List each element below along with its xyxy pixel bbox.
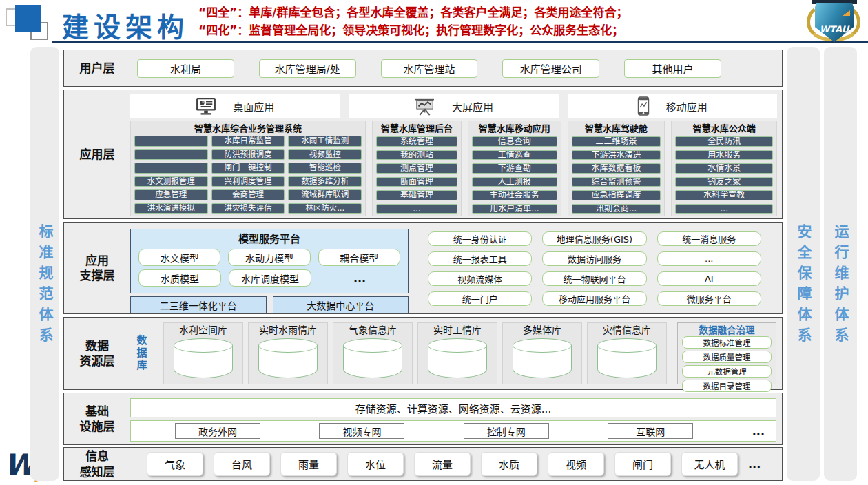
database-label: 灾情信息库 xyxy=(603,323,651,337)
app-module: 下游查勘 xyxy=(472,163,557,174)
app-column-title: 智慧水库移动应用 xyxy=(472,123,557,134)
user-box: 其他用户 xyxy=(624,59,721,78)
service-box: 地理信息服务(GIS) xyxy=(542,231,646,246)
app-module-stack: 二三维场景下游洪水演进水库数据看板综合监测预警应急指挥调度汛期会商... xyxy=(572,136,661,214)
app-module: ... xyxy=(675,204,773,214)
layer-label-data: 数据 资源层 xyxy=(64,318,130,389)
perception-more: ... xyxy=(748,457,761,471)
app-module: 洪灾损失评估 xyxy=(211,203,285,214)
security-system-label: 安全保障体系 xyxy=(793,180,814,348)
app-column: 智慧水库驾驶舱二三维场景下游洪水演进水库数据看板综合监测预警应急指挥调度汛期会商… xyxy=(568,121,665,216)
app-module: 水科学宣教 xyxy=(675,190,773,200)
model-item: 水文模型 xyxy=(138,249,220,266)
app-module: 综合监测预警 xyxy=(572,177,661,187)
slogan-line-1: “四全”：单库/群库全包含；各型水库全覆盖；各类客户全满足；各类用途全符合； xyxy=(198,4,791,22)
app-module: 主动社会服务 xyxy=(472,190,557,200)
layer-support: 应用 支撑层 模型服务平台 水文模型水动力模型耦合模型 水质模型水库调度模型..… xyxy=(63,222,783,314)
app-module: 二三维场景 xyxy=(572,136,661,147)
app-column: 智慧水库移动应用信息查询工情巡查下游查勘人工测报主动社会服务用水户清单... xyxy=(468,121,561,216)
app-module: 用水户清单... xyxy=(472,204,557,214)
app-module: 林区防火... xyxy=(288,203,362,214)
standards-system-label: 标准规范体系 xyxy=(34,180,55,348)
layer-label-user: 用户层 xyxy=(64,50,130,86)
model-row-1: 水文模型水动力模型耦合模型 xyxy=(138,249,400,266)
service-box: 移动应用服务平台 xyxy=(542,291,646,306)
app-module: 测点管理 xyxy=(376,163,457,174)
database-cells: 水利空间库实时水雨情库气象信息库实时工情库多媒体库灾情信息库 xyxy=(163,322,667,384)
model-item: ... xyxy=(319,269,400,287)
layer-infrastructure: 基础 设施层 存储资源、计算资源、网络资源、云资源... 政务外网视频专网控制专… xyxy=(63,393,783,445)
app-module-stack: 信息查询工情巡查下游查勘人工测报主动社会服务用水户清单... xyxy=(472,136,557,214)
app-module: 应急管理 xyxy=(134,189,208,200)
platform-bars: 二三维一体化平台大数据中心平台 xyxy=(130,296,409,313)
app-module: 水库日常监管 xyxy=(211,136,285,147)
user-box: 水利局 xyxy=(137,59,234,78)
app-column-title: 智慧水库综合业务管理系统 xyxy=(134,123,362,134)
database-cell: 多媒体库 xyxy=(502,322,582,384)
bigscreen-icon xyxy=(414,97,435,116)
user-box: 水库管理公司 xyxy=(502,59,599,78)
app-module: 智能巡检 xyxy=(288,163,362,174)
slogan-line-2: “四化”：监督管理全局化；领导决策可视化；执行管理数字化；公众服务生态化； xyxy=(198,22,791,40)
platform-bar: 大数据中心平台 xyxy=(273,296,409,313)
mobile-icon xyxy=(637,96,650,116)
layer-label-application: 应用层 xyxy=(64,90,130,218)
app-module: 会商管理 xyxy=(211,189,285,200)
app-column-title: 智慧水库公众端 xyxy=(675,123,773,134)
sensor-card: 水质 xyxy=(481,452,537,476)
application-columns: 智慧水库综合业务管理系统水库日常监管水雨工情监测防洪预报调度视频监控闸门一键控制… xyxy=(130,121,777,216)
layer-application: 应用层 桌面应用大屏应用移动应用 智慧水库综合业务管理系统水库日常监管水雨工情监… xyxy=(63,90,783,219)
layer-perception: 信息 感知层 气象台风雨量水位流量水质视频闸门无人机... xyxy=(63,447,783,481)
model-service-platform: 模型服务平台 水文模型水动力模型耦合模型 水质模型水库调度模型... xyxy=(130,229,409,293)
service-box: 统一消息服务 xyxy=(657,231,761,246)
database-group-label: 数据库 xyxy=(132,323,151,384)
app-module: 用水服务 xyxy=(675,150,773,161)
service-box: 统一报表工具 xyxy=(428,251,532,266)
database-label: 实时工情库 xyxy=(433,323,482,337)
service-box: 视频流媒体 xyxy=(428,271,532,286)
app-module: 工情巡查 xyxy=(472,150,557,161)
logo-square-solid xyxy=(15,5,41,32)
user-box: 水库管理局/处 xyxy=(259,59,356,78)
database-label: 多媒体库 xyxy=(523,323,561,337)
service-box: 数据访问服务 xyxy=(542,251,646,266)
app-module-stack: 全民防汛用水服务水情水景钓友之家水科学宣教... xyxy=(675,136,773,214)
governance-item: 数据质量管理 xyxy=(682,351,772,363)
database-cylinder-icon xyxy=(174,338,233,378)
app-module: 断面管理 xyxy=(376,177,457,187)
service-box: AI xyxy=(657,271,761,286)
app-module: 我的测站 xyxy=(376,150,457,161)
database-cylinder-icon xyxy=(513,338,572,378)
database-label: 实时水雨情库 xyxy=(259,323,317,337)
standards-system-bar: 标准规范体系 xyxy=(30,47,59,481)
resources-box: 存储资源、计算资源、网络资源、云资源... xyxy=(130,398,776,417)
network-box: 互联网 xyxy=(608,423,693,439)
app-column: 智慧水库管理后台系统管理我的测站测点管理断面管理基础管理... xyxy=(372,121,462,216)
sensor-card: 流量 xyxy=(414,452,471,476)
app-module: 系统管理 xyxy=(376,136,457,147)
logo-text: WTAU xyxy=(820,24,849,34)
layer-user: 用户层 水利局水库管理局/处水库管理站水库管理公司其他用户 xyxy=(63,50,783,87)
sensor-card: 气象 xyxy=(147,452,203,476)
database-cylinder-icon xyxy=(258,338,318,378)
database-label: 气象信息库 xyxy=(349,323,397,337)
data-governance-items: 数据标准管理数据质量管理元数据管理数据目录管理 xyxy=(682,336,772,392)
app-module: 水库数据看板 xyxy=(572,163,661,174)
database-cylinder-icon xyxy=(343,338,402,378)
wtau-logo-badge: WTAU xyxy=(803,0,865,43)
network-box: 视频专网 xyxy=(319,423,404,439)
app-module: 兴利调度管理 xyxy=(211,176,285,187)
app-module: 下游洪水演进 xyxy=(572,150,661,161)
app-column: 智慧水库综合业务管理系统水库日常监管水雨工情监测防洪预报调度视频监控闸门一键控制… xyxy=(130,121,366,216)
database-cell: 水利空间库 xyxy=(163,322,243,384)
app-module: 数据多维分析 xyxy=(288,176,362,187)
model-item: 耦合模型 xyxy=(318,249,400,266)
network-box: 政务外网 xyxy=(175,423,260,439)
app-module: 防洪预报调度 xyxy=(211,149,285,161)
app-module: 水文测报管理 xyxy=(134,176,208,187)
platform-bar: 二三维一体化平台 xyxy=(130,296,267,313)
slogan-block: “四全”：单库/群库全包含；各型水库全覆盖；各类客户全满足；各类用途全符合； “… xyxy=(198,4,791,39)
app-group-label: 桌面应用 xyxy=(233,99,274,114)
app-module: 水雨工情监测 xyxy=(288,136,362,147)
database-label: 水利空间库 xyxy=(179,323,227,337)
